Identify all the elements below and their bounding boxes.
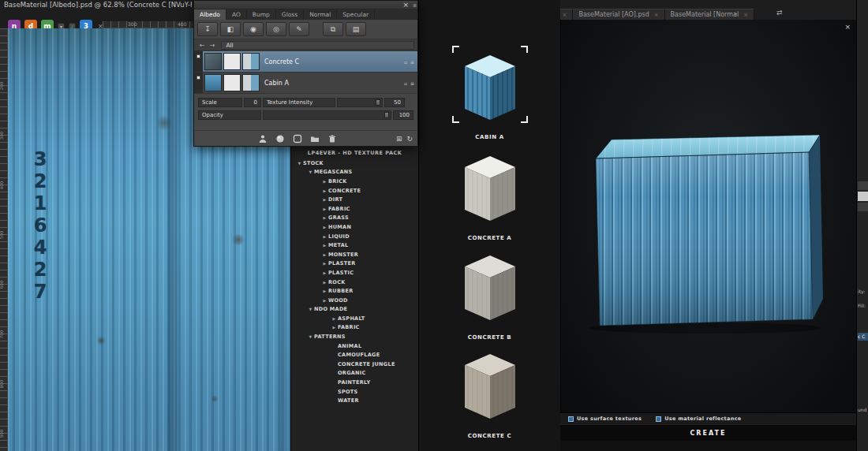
opacity-slider[interactable] <box>263 110 391 120</box>
tree-expander-icon[interactable] <box>321 188 328 193</box>
person-icon[interactable] <box>258 134 268 144</box>
tree-expander-icon[interactable] <box>331 325 338 330</box>
3do-viewport[interactable]: × <box>560 20 856 412</box>
ddo-toolbar-icon[interactable]: ▤ <box>346 22 366 36</box>
ddo-map-tab[interactable]: Albedo <box>194 9 226 20</box>
tree-item[interactable]: CONCRETE JUNGLE <box>291 360 418 369</box>
ddo-map-tab[interactable]: Gloss <box>276 9 304 20</box>
layer-mask-thumbnail[interactable] <box>223 53 241 70</box>
close-tab-icon[interactable] <box>743 12 748 18</box>
layer-row[interactable]: Concrete C ▫ ≡ <box>194 51 417 73</box>
layer-texture-thumbnail[interactable] <box>204 53 222 70</box>
document-tab[interactable]: BaseMaterial [AO].psd <box>573 9 664 20</box>
tab-overflow-icon[interactable]: » <box>733 9 738 17</box>
rounded-square-icon[interactable] <box>293 134 302 144</box>
tree-item[interactable]: MEGASCANS <box>291 168 418 177</box>
tree-item[interactable]: NDO MADE <box>291 305 418 315</box>
texture-intensity-value[interactable]: 50 <box>384 98 405 107</box>
tree-expander-icon[interactable] <box>296 161 303 166</box>
tree-item[interactable]: ANIMAL <box>291 341 418 351</box>
tree-expander-icon[interactable] <box>321 207 328 211</box>
tree-expander-icon[interactable] <box>321 225 328 229</box>
tree-item[interactable]: PLASTER <box>291 259 418 269</box>
tree-expander-icon[interactable] <box>321 243 328 248</box>
tree-expander-icon[interactable] <box>321 215 328 220</box>
layer-menu-icon[interactable]: ≡ <box>410 80 414 86</box>
tree-item[interactable]: PLASTIC <box>291 268 418 278</box>
group-breadcrumb[interactable]: All <box>221 41 414 50</box>
tree-item[interactable]: METAL <box>291 240 418 250</box>
layer-visibility-icon[interactable] <box>196 76 200 80</box>
folder-icon[interactable] <box>310 134 320 144</box>
ddo-toolbar-icon[interactable]: ⧉ <box>323 22 343 36</box>
ddo-toolbar-icon[interactable]: ◎ <box>266 22 286 36</box>
tree-item[interactable]: ROCK <box>291 278 418 287</box>
tree-item[interactable]: CONCRETE <box>291 186 418 196</box>
ddo-toolbar-icon[interactable]: ◉ <box>243 22 264 36</box>
scale-value[interactable]: 0 <box>244 98 261 107</box>
tree-item[interactable]: WOOD <box>291 296 418 305</box>
tree-item[interactable]: ASPHALT <box>291 314 418 323</box>
tree-expander-icon[interactable] <box>307 307 314 311</box>
material-preview-item[interactable]: CONCRETE A <box>419 150 560 241</box>
refresh-icon[interactable]: ↻ <box>406 134 413 144</box>
panel-close-icon[interactable]: × <box>402 1 409 9</box>
trash-icon[interactable] <box>327 134 337 144</box>
tree-expander-icon[interactable] <box>321 261 328 266</box>
ddo-map-tab[interactable]: Specular <box>337 9 375 20</box>
tree-expander-icon[interactable] <box>321 289 328 293</box>
tree-item[interactable]: CAMOUFLAGE <box>291 350 418 360</box>
forward-arrow-icon[interactable]: → <box>210 42 215 49</box>
layer-settings-icon[interactable]: ▫ <box>404 59 407 65</box>
material-preview-item[interactable]: CONCRETE C <box>419 348 560 439</box>
viewport-option[interactable]: Use surface textures <box>568 416 642 422</box>
slider-handle[interactable] <box>384 112 389 118</box>
layer-row[interactable]: Cabin A ▫ ≡ <box>194 73 417 94</box>
tree-expander-icon[interactable] <box>331 316 338 321</box>
document-title[interactable]: BaseMaterial [Albedo].psd @ 62.8% (Concr… <box>4 1 192 9</box>
tree-item[interactable]: GRASS <box>291 214 418 223</box>
layer-menu-icon[interactable]: ≡ <box>410 59 414 65</box>
tree-item[interactable]: STOCK <box>291 158 418 168</box>
layer-settings-icon[interactable]: ▫ <box>404 80 407 86</box>
ddo-map-tab[interactable]: Bump <box>247 9 276 20</box>
tree-item[interactable]: FABRIC <box>291 204 418 214</box>
tree-item[interactable]: DIRT <box>291 195 418 204</box>
tree-item[interactable]: PATTERNS <box>291 332 418 341</box>
viewport-option[interactable]: Use material reflectance <box>656 416 741 422</box>
tree-item[interactable]: LIQUID <box>291 232 418 241</box>
tree-expander-icon[interactable] <box>307 170 314 174</box>
tree-item[interactable]: HUMAN <box>291 222 418 232</box>
tree-expander-icon[interactable] <box>307 334 314 339</box>
tree-expander-icon[interactable] <box>321 179 328 184</box>
checkbox-icon[interactable] <box>568 416 574 422</box>
tree-expander-icon[interactable] <box>321 197 328 202</box>
viewport-close-icon[interactable]: × <box>844 23 851 31</box>
tree-expander-icon[interactable] <box>321 270 328 275</box>
ddo-toolbar-icon[interactable]: ◧ <box>220 22 241 36</box>
tree-item[interactable]: WATER <box>291 396 418 405</box>
create-button[interactable]: CREATE <box>560 424 856 441</box>
ddo-map-tab[interactable]: AO <box>226 9 247 20</box>
tree-expander-icon[interactable] <box>321 234 328 239</box>
checkbox-icon[interactable] <box>656 416 661 422</box>
grid-icon[interactable]: ⊞ <box>396 134 402 144</box>
ddo-map-tab[interactable]: Normal <box>304 9 337 20</box>
ddo-toolbar-icon[interactable]: ↧ <box>197 22 218 36</box>
tree-expander-icon[interactable] <box>321 252 328 257</box>
layer-visibility-icon[interactable] <box>196 54 200 58</box>
layer-texture-thumbnail[interactable] <box>204 74 222 91</box>
layer-blend-thumbnail[interactable] <box>242 53 260 70</box>
tree-expander-icon[interactable] <box>321 280 328 285</box>
ddo-toolbar-icon[interactable]: ✎ <box>289 22 309 36</box>
layer-mask-thumbnail[interactable] <box>223 74 241 91</box>
opacity-value[interactable]: 100 <box>393 110 413 120</box>
material-preview-item[interactable]: CABIN A <box>419 49 560 140</box>
tree-item[interactable]: PAINTERLY <box>291 378 418 387</box>
tree-expander-icon[interactable] <box>321 298 328 303</box>
tree-item[interactable]: SPOTS <box>291 387 418 397</box>
panel-menu-icon[interactable]: ≣ <box>413 1 417 9</box>
tree-item[interactable]: BRICK <box>291 177 418 186</box>
close-tab-icon[interactable] <box>654 12 659 18</box>
tree-item[interactable]: FABRIC <box>291 323 418 333</box>
